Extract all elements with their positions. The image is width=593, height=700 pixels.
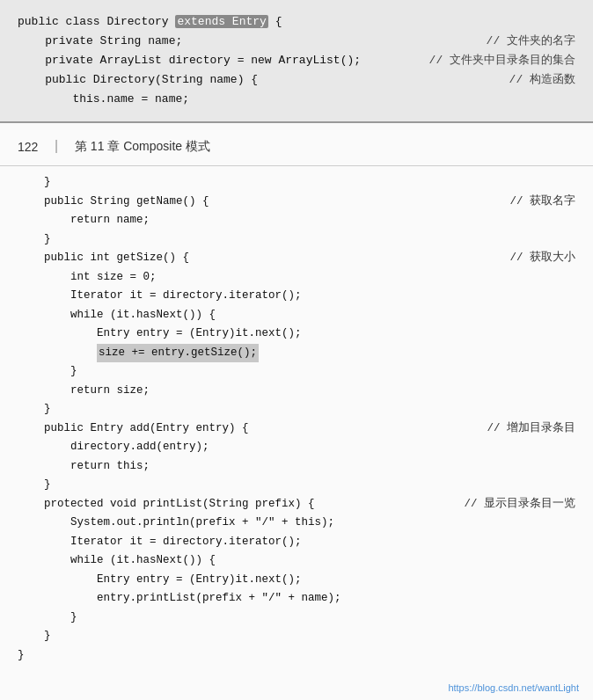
main-line-17: protected void printList(String prefix) … bbox=[18, 495, 575, 514]
code-left-17: protected void printList(String prefix) … bbox=[18, 495, 455, 514]
highlighted-code: size += entry.getSize(); bbox=[97, 344, 259, 363]
divider: | bbox=[52, 139, 61, 155]
main-line-11: return size; bbox=[18, 382, 575, 401]
code-left-18: System.out.println(prefix + "/" + this); bbox=[18, 514, 567, 533]
main-line-4: public int getSize() { // 获取大小 bbox=[18, 249, 575, 268]
code-text-4: public Directory(String name) { bbox=[18, 70, 492, 90]
code-left-19: Iterator it = directory.iterator(); bbox=[18, 533, 567, 552]
code-comment-4: // 获取大小 bbox=[501, 249, 575, 268]
footer-url: https://blog.csdn.net/wantLight bbox=[0, 679, 593, 700]
main-line-14: directory.add(entry); bbox=[18, 438, 575, 457]
code-left-7: while (it.hasNext()) { bbox=[18, 306, 567, 325]
main-line-13: public Entry add(Entry entry) { // 增加目录条… bbox=[18, 419, 575, 439]
code-left-21: Entry entry = (Entry)it.next(); bbox=[18, 571, 567, 590]
chapter-header: 122 | 第 11 章 Composite 模式 bbox=[0, 123, 593, 166]
code-left-3: } bbox=[18, 230, 567, 250]
main-line-0: } bbox=[18, 173, 575, 193]
main-code-block: } public String getName() { // 获取名字 retu… bbox=[0, 166, 593, 679]
main-line-5: int size = 0; bbox=[18, 268, 575, 288]
main-line-18: System.out.println(prefix + "/" + this); bbox=[18, 514, 575, 533]
url-text: https://blog.csdn.net/wantLight bbox=[448, 682, 579, 693]
comment-2: // 文件夹的名字 bbox=[487, 32, 575, 51]
code-left-0: } bbox=[18, 173, 567, 193]
code-text-2: private String name; bbox=[18, 32, 469, 51]
code-left-24: } bbox=[18, 627, 567, 646]
main-line-2: return name; bbox=[18, 211, 575, 230]
code-left-12: } bbox=[18, 400, 567, 419]
top-code-block: public class Directory extends Entry { p… bbox=[0, 0, 593, 123]
main-line-9: size += entry.getSize(); bbox=[18, 344, 575, 363]
code-left-22: entry.printList(prefix + "/" + name); bbox=[18, 589, 567, 609]
code-left-11: return size; bbox=[18, 382, 567, 401]
main-line-15: return this; bbox=[18, 457, 575, 477]
main-line-1: public String getName() { // 获取名字 bbox=[18, 193, 575, 212]
code-left-8: Entry entry = (Entry)it.next(); bbox=[18, 324, 567, 344]
code-text-1: public class Directory extends Entry { bbox=[18, 12, 558, 32]
comment-3: // 文件夹中目录条目的集合 bbox=[429, 51, 575, 70]
code-line-3: private ArrayList directory = new ArrayL… bbox=[18, 51, 575, 70]
code-left-15: return this; bbox=[18, 457, 567, 477]
main-line-10: } bbox=[18, 362, 575, 382]
code-line-5: this.name = name; bbox=[18, 90, 575, 109]
code-left-23: } bbox=[18, 609, 567, 628]
chapter-title: 第 11 章 Composite 模式 bbox=[75, 139, 210, 155]
code-left-1: public String getName() { bbox=[18, 193, 501, 212]
main-line-19: Iterator it = directory.iterator(); bbox=[18, 533, 575, 552]
code-left-6: Iterator it = directory.iterator(); bbox=[18, 287, 567, 306]
main-line-23: } bbox=[18, 609, 575, 628]
code-line-1: public class Directory extends Entry { bbox=[18, 12, 575, 32]
code-left-9: size += entry.getSize(); bbox=[18, 344, 567, 363]
code-left-16: } bbox=[18, 476, 567, 495]
code-text-3: private ArrayList directory = new ArrayL… bbox=[18, 51, 412, 70]
page-number: 122 bbox=[18, 140, 38, 154]
comment-4: // 构造函数 bbox=[509, 70, 575, 90]
code-left-14: directory.add(entry); bbox=[18, 438, 567, 457]
main-line-12: } bbox=[18, 400, 575, 419]
code-line-2: private String name; // 文件夹的名字 bbox=[18, 32, 575, 51]
code-line-4: public Directory(String name) { // 构造函数 bbox=[18, 70, 575, 90]
main-line-7: while (it.hasNext()) { bbox=[18, 306, 575, 325]
code-comment-1: // 获取名字 bbox=[501, 193, 575, 212]
code-left-25: } bbox=[18, 646, 567, 666]
main-line-3: } bbox=[18, 230, 575, 250]
main-line-21: Entry entry = (Entry)it.next(); bbox=[18, 571, 575, 590]
code-left-4: public int getSize() { bbox=[18, 249, 501, 268]
code-comment-13: // 增加目录条目 bbox=[478, 419, 575, 439]
main-line-22: entry.printList(prefix + "/" + name); bbox=[18, 589, 575, 609]
code-left-20: while (it.hasNext()) { bbox=[18, 551, 567, 571]
code-comment-17: // 显示目录条目一览 bbox=[455, 495, 575, 514]
code-left-13: public Entry add(Entry entry) { bbox=[18, 419, 478, 439]
code-left-5: int size = 0; bbox=[18, 268, 567, 288]
main-line-24: } bbox=[18, 627, 575, 646]
code-text-5: this.name = name; bbox=[18, 90, 558, 109]
code-left-10: } bbox=[18, 362, 567, 382]
main-line-16: } bbox=[18, 476, 575, 495]
main-line-6: Iterator it = directory.iterator(); bbox=[18, 287, 575, 306]
main-line-20: while (it.hasNext()) { bbox=[18, 551, 575, 571]
main-line-8: Entry entry = (Entry)it.next(); bbox=[18, 324, 575, 344]
extends-highlight: extends Entry bbox=[175, 15, 267, 28]
main-line-25: } bbox=[18, 646, 575, 666]
code-left-2: return name; bbox=[18, 211, 567, 230]
bottom-section: 122 | 第 11 章 Composite 模式 } public Strin… bbox=[0, 123, 593, 700]
